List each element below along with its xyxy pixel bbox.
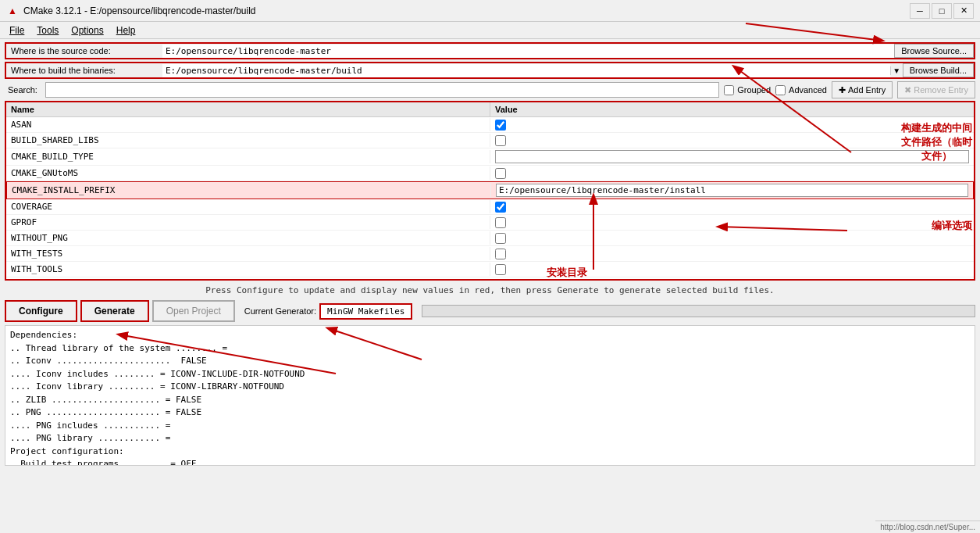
title-bar-controls: ─ □ ✕ xyxy=(910,3,974,19)
entries-header: Name Value xyxy=(6,102,974,117)
title-bar: ▲ CMake 3.12.1 - E:/opensource/libqrenco… xyxy=(0,0,980,22)
progress-bar xyxy=(422,305,975,317)
entry-name: BUILD_SHARED_LIBS xyxy=(6,134,490,147)
entry-name: ASAN xyxy=(6,118,490,131)
menu-file[interactable]: File xyxy=(3,23,30,38)
open-project-button[interactable]: Open Project xyxy=(152,300,235,322)
entry-checkbox[interactable] xyxy=(495,168,506,179)
log-line: .. Thread library of the system ........… xyxy=(10,342,970,356)
menu-options[interactable]: Options xyxy=(65,23,109,38)
browse-source-button[interactable]: Browse Source... xyxy=(894,44,974,58)
table-row[interactable]: WITH_TESTS xyxy=(6,246,974,262)
add-entry-button[interactable]: ✚ Add Entry xyxy=(832,81,893,98)
table-row[interactable]: BUILD_SHARED_LIBS xyxy=(6,133,974,148)
menu-help[interactable]: Help xyxy=(110,23,142,38)
main-content: Where is the source code: Browse Source.… xyxy=(0,39,980,469)
entry-name: WITH_TESTS xyxy=(6,247,490,260)
build-path-row: Where to build the binaries: ▼ Browse Bu… xyxy=(5,62,975,79)
log-line: .... PNG library ............ = xyxy=(10,432,970,445)
table-row[interactable]: CMAKE_BUILD_TYPE xyxy=(6,148,974,166)
entry-value[interactable] xyxy=(490,247,974,261)
grouped-checkbox[interactable] xyxy=(724,85,734,95)
entry-value[interactable] xyxy=(490,166,974,181)
search-label: Search: xyxy=(5,84,41,96)
minimize-button[interactable]: ─ xyxy=(910,3,930,19)
search-input[interactable] xyxy=(45,82,719,98)
entry-text-input[interactable] xyxy=(496,184,968,197)
title-bar-text: CMake 3.12.1 - E:/opensource/libqrencode… xyxy=(23,5,910,16)
entry-name: WITH_TOOLS xyxy=(6,263,490,276)
entry-value xyxy=(491,182,973,199)
advanced-checkbox[interactable] xyxy=(775,85,786,95)
entry-name: GPROF xyxy=(6,216,490,229)
log-line: .... Iconv includes ........ = ICONV-INC… xyxy=(10,368,970,381)
remove-entry-button[interactable]: ✖ Remove Entry xyxy=(897,81,975,98)
advanced-checkbox-label: Advanced xyxy=(775,85,827,95)
entry-name: CMAKE_BUILD_TYPE xyxy=(6,150,490,163)
entry-checkbox[interactable] xyxy=(495,249,506,259)
log-line: . Build test programs ........ = OFF xyxy=(10,458,970,466)
app-icon: ▲ xyxy=(6,5,19,17)
menu-bar: File Tools Options Help xyxy=(0,22,980,39)
entry-checkbox[interactable] xyxy=(495,202,506,213)
entry-text-input[interactable] xyxy=(495,150,969,163)
generator-value: MinGW Makefiles xyxy=(319,303,412,320)
grouped-label: Grouped xyxy=(737,85,771,95)
generator-label: Current Generator: xyxy=(244,306,316,316)
log-line: Dependencies: xyxy=(10,329,970,342)
build-input[interactable] xyxy=(162,64,890,77)
grouped-checkbox-label: Grouped xyxy=(724,85,771,95)
entry-name: WITHOUT_PNG xyxy=(6,231,490,245)
table-row[interactable]: ASAN xyxy=(6,117,974,133)
log-area[interactable]: Dependencies:.. Thread library of the sy… xyxy=(5,325,975,466)
log-line: .. PNG ...................... = FALSE xyxy=(10,406,970,420)
header-name: Name xyxy=(6,102,490,116)
table-row[interactable]: WITHOUT_PNG xyxy=(6,231,974,246)
source-label: Where is the source code: xyxy=(6,45,162,57)
entry-value[interactable] xyxy=(490,231,974,245)
entry-value[interactable] xyxy=(490,134,974,148)
table-row[interactable]: GPROF xyxy=(6,215,974,231)
entry-value[interactable] xyxy=(490,200,974,214)
table-row[interactable]: WITH_TOOLS xyxy=(6,262,974,277)
entry-value[interactable] xyxy=(490,263,974,277)
close-button[interactable]: ✕ xyxy=(953,3,974,19)
source-path-row: Where is the source code: Browse Source.… xyxy=(5,42,975,59)
entry-value xyxy=(490,148,974,165)
table-row[interactable]: CMAKE_GNUtoMS xyxy=(6,166,974,181)
add-icon: ✚ xyxy=(839,85,846,95)
entry-checkbox[interactable] xyxy=(495,135,506,146)
browse-build-button[interactable]: Browse Build... xyxy=(903,63,974,77)
search-row: Search: Grouped Advanced ✚ Add Entry ✖ R… xyxy=(5,81,975,98)
status-bar: http://blog.csdn.net/Super... xyxy=(875,520,980,533)
table-row[interactable]: CMAKE_INSTALL_PREFIX xyxy=(6,181,974,199)
generate-button[interactable]: Generate xyxy=(80,300,149,322)
entry-checkbox[interactable] xyxy=(495,217,506,228)
entry-checkbox[interactable] xyxy=(495,233,506,244)
entry-value[interactable] xyxy=(490,118,974,132)
header-value: Value xyxy=(490,102,974,116)
table-row[interactable]: COVERAGE xyxy=(6,199,974,215)
entry-checkbox[interactable] xyxy=(495,264,506,275)
log-line: .... PNG includes ........... = xyxy=(10,420,970,433)
advanced-label: Advanced xyxy=(789,85,827,95)
entry-value[interactable] xyxy=(490,216,974,230)
configure-button[interactable]: Configure xyxy=(5,300,77,322)
entries-table: Name Value ASANBUILD_SHARED_LIBSCMAKE_BU… xyxy=(5,101,975,281)
build-path-dropdown[interactable]: ▼ xyxy=(890,66,903,75)
menu-tools[interactable]: Tools xyxy=(30,23,65,38)
log-line: .. ZLIB ..................... = FALSE xyxy=(10,394,970,407)
action-bar: Press Configure to update and display ne… xyxy=(5,284,975,297)
entry-name: CMAKE_GNUtoMS xyxy=(6,166,490,180)
buttons-row: Configure Generate Open Project Current … xyxy=(5,300,975,322)
log-line: Project configuration: xyxy=(10,445,970,459)
entry-checkbox[interactable] xyxy=(495,120,506,131)
entry-name: CMAKE_INSTALL_PREFIX xyxy=(7,184,491,197)
entry-name: COVERAGE xyxy=(6,200,490,213)
maximize-button[interactable]: □ xyxy=(932,3,952,19)
entries-body: ASANBUILD_SHARED_LIBSCMAKE_BUILD_TYPECMA… xyxy=(6,117,974,277)
build-label: Where to build the binaries: xyxy=(6,64,162,77)
remove-icon: ✖ xyxy=(904,85,911,95)
source-input[interactable] xyxy=(162,45,894,58)
log-line: .... Iconv library ......... = ICONV-LIB… xyxy=(10,381,970,394)
